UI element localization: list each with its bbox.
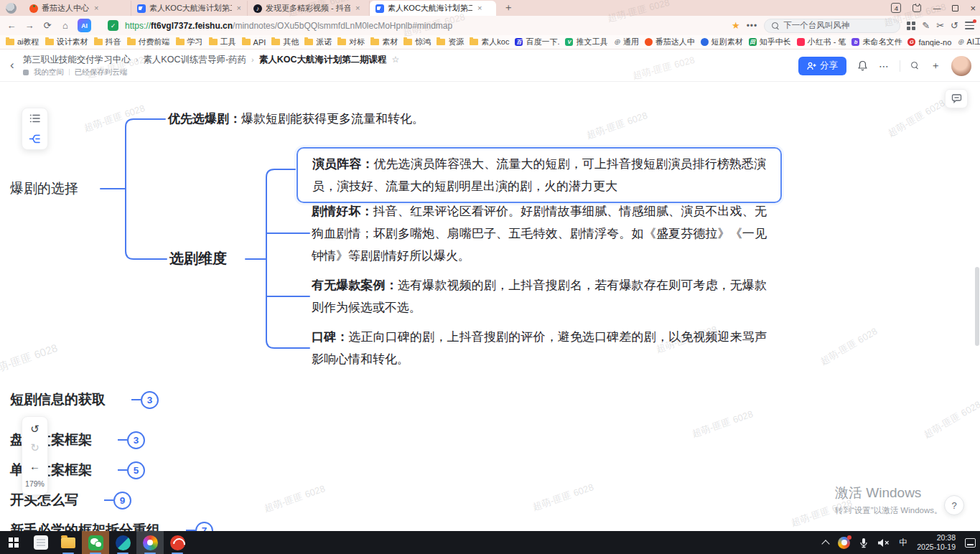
taskbar-chrome-browser[interactable] bbox=[136, 531, 164, 554]
bookmark-item[interactable]: 惊鸿 bbox=[403, 37, 431, 47]
notification-bell-icon[interactable] bbox=[857, 60, 868, 71]
notification-center-icon[interactable] bbox=[965, 538, 976, 548]
close-button[interactable]: × bbox=[970, 4, 976, 13]
bookmark-item[interactable]: 学习 bbox=[176, 37, 203, 47]
favorites-edit-icon[interactable]: ✎ bbox=[922, 20, 930, 31]
mindmap-node-dimensions[interactable]: 选剧维度 bbox=[169, 249, 227, 268]
maximize-button[interactable] bbox=[952, 5, 958, 11]
bookmark-item[interactable]: ai教程 bbox=[6, 37, 39, 47]
back-chevron-icon[interactable]: ‹ bbox=[10, 58, 14, 72]
new-tab-button[interactable]: ＋ bbox=[496, 1, 521, 16]
bookmark-item[interactable]: 短剧素材 bbox=[701, 37, 743, 47]
bookmark-item[interactable]: 资源 bbox=[437, 37, 464, 47]
ime-indicator[interactable]: 中 bbox=[899, 537, 907, 549]
bookmark-item[interactable]: 抖音 bbox=[94, 37, 121, 47]
mindmap-node-priority[interactable]: 优先选爆剧：爆款短剧能获得更多流量和转化。 bbox=[168, 111, 424, 127]
back-to-node-icon[interactable]: ← bbox=[29, 461, 40, 471]
taskbar-file-explorer[interactable] bbox=[55, 531, 82, 554]
header-search-icon[interactable] bbox=[911, 62, 920, 70]
bookmark-item[interactable]: 田知乎中长 bbox=[749, 37, 791, 47]
bookmark-item[interactable]: V推文工具 bbox=[565, 37, 607, 47]
address-more-icon[interactable]: ••• bbox=[747, 21, 758, 31]
bookmark-item[interactable]: 素材 bbox=[370, 37, 398, 47]
collapsed-count-badge[interactable]: 3 bbox=[127, 431, 145, 449]
bookmark-item-baidu[interactable]: 百百度一下. bbox=[515, 37, 559, 47]
space-label[interactable]: 我的空间 bbox=[34, 67, 64, 78]
mindmap-view-icon[interactable] bbox=[29, 133, 41, 144]
collapsed-count-badge[interactable]: 5 bbox=[127, 461, 145, 479]
bookmark-item[interactable]: 设计素材 bbox=[45, 37, 88, 47]
tab-douyin-search[interactable]: ♪ 发现更多精彩视频 - 抖音搜索 × bbox=[248, 1, 370, 16]
tray-expand-icon[interactable] bbox=[823, 540, 829, 545]
reload-icon[interactable]: ⟳ bbox=[42, 20, 53, 31]
quick-search-box[interactable]: 下一个台风叫风神 bbox=[764, 19, 900, 33]
menu-icon[interactable] bbox=[965, 22, 974, 29]
browser-skin-icon[interactable] bbox=[913, 4, 921, 12]
taskbar-360-browser[interactable] bbox=[164, 531, 191, 554]
help-button[interactable]: ? bbox=[944, 495, 964, 515]
microphone-icon[interactable] bbox=[859, 537, 868, 548]
mindmap-node-cast-selected[interactable]: 演员阵容：优先选演员阵容强大、流量大的短剧，可上抖音搜短剧演员排行榜熟悉演员，演… bbox=[297, 147, 782, 203]
tab-close-icon[interactable]: × bbox=[235, 4, 243, 12]
bookmark-item[interactable]: 对标 bbox=[337, 37, 365, 47]
breadcrumb-item[interactable]: 第三职业技能交付学习中心 bbox=[23, 54, 131, 66]
address-bar[interactable]: https://ft6vgl737z.feishu.cn/mindnotes/O… bbox=[125, 21, 452, 31]
header-more-icon[interactable]: ⋯ bbox=[879, 60, 889, 72]
browser-profile-avatar[interactable] bbox=[6, 3, 17, 14]
tab-tomato-center[interactable]: 番茄达人中心 × bbox=[24, 1, 131, 16]
header-plus-icon[interactable]: ＋ bbox=[930, 60, 941, 72]
mindmap-root-node[interactable]: 爆剧的选择 bbox=[10, 179, 78, 198]
mindmap-node-plot[interactable]: 剧情好坏：抖音、红果评论区看评价。好剧情故事细腻、情感细腻、演员不出戏、无狗血剧… bbox=[312, 200, 767, 267]
home-icon[interactable]: ⌂ bbox=[60, 20, 71, 31]
tab-close-icon[interactable]: × bbox=[476, 4, 483, 12]
apps-grid-icon[interactable] bbox=[907, 22, 915, 30]
speaker-muted-icon[interactable] bbox=[877, 538, 890, 548]
breadcrumb-item[interactable]: 素人KOC训练营导师-药药 bbox=[143, 54, 246, 66]
taskbar-clock[interactable]: 20:38 2025-10-19 bbox=[917, 533, 956, 552]
tab-feishu-course[interactable]: 素人KOC大航海计划第二期课 × bbox=[131, 1, 248, 16]
bookmark-item[interactable]: ⊕通用 bbox=[613, 37, 638, 47]
security-shield-icon[interactable]: ✓ bbox=[108, 20, 118, 31]
start-button[interactable] bbox=[0, 531, 27, 554]
screenshot-scissors-icon[interactable]: ✂ bbox=[936, 20, 944, 31]
bookmark-item[interactable]: 派诺 bbox=[304, 37, 332, 47]
zoom-level[interactable]: 179% bbox=[25, 479, 45, 488]
mindmap-node-reputation[interactable]: 口碑：选正向口碑的剧，上抖音搜剧的评价，避免选口碑差的剧，以免视频迎来骂声影响心… bbox=[312, 326, 767, 370]
ai-assistant-icon[interactable]: AI bbox=[78, 19, 91, 32]
tab-close-icon[interactable]: × bbox=[93, 4, 100, 12]
bookmark-item[interactable]: 其他 bbox=[271, 37, 299, 47]
forward-icon[interactable]: → bbox=[24, 20, 35, 31]
taskbar-notes-app[interactable] bbox=[27, 531, 55, 554]
bookmark-item[interactable]: 小红书 - 笔 bbox=[797, 37, 846, 47]
tab-count-badge[interactable]: 4 bbox=[891, 3, 901, 13]
topic-row[interactable]: 短剧信息的获取 3 bbox=[10, 390, 159, 409]
tab-feishu-course-active[interactable]: 素人KOC大航海计划第二期课 × bbox=[370, 1, 496, 16]
tray-browser-icon[interactable] bbox=[838, 537, 850, 549]
bookmark-item[interactable]: API bbox=[242, 38, 266, 47]
bookmark-item[interactable]: Gfanqie-no bbox=[907, 38, 951, 47]
tab-close-icon[interactable]: × bbox=[354, 4, 361, 12]
bookmark-item[interactable]: 素人koc bbox=[470, 37, 509, 47]
back-icon[interactable]: ← bbox=[6, 20, 17, 31]
bookmark-item[interactable]: b未命名文件 bbox=[851, 37, 902, 47]
taskbar-wechat[interactable] bbox=[82, 531, 109, 554]
mindmap-node-hit-cases[interactable]: 有无爆款案例：选有爆款视频的剧，上抖音搜剧名，若有爆款存在则可考虑，无爆款则作为… bbox=[312, 274, 767, 319]
favorite-star-icon[interactable]: ☆ bbox=[392, 55, 400, 65]
redo-icon[interactable]: ↻ bbox=[30, 442, 39, 453]
user-avatar[interactable] bbox=[951, 56, 971, 76]
comment-button[interactable] bbox=[945, 89, 968, 108]
vertical-scrollbar[interactable] bbox=[975, 267, 979, 346]
bookmark-item[interactable]: 番茄达人中 bbox=[645, 37, 695, 47]
mindmap-canvas[interactable]: 超萌-匪匪 6028 超萌-匪匪 6028 超萌-匪匪 6028 超萌-匪匪 6… bbox=[0, 82, 980, 532]
history-undo-icon[interactable]: ↺ bbox=[951, 20, 958, 31]
bookmark-item[interactable]: ⊕AI工具魔盒 bbox=[957, 37, 980, 47]
collapsed-count-badge[interactable]: 9 bbox=[113, 492, 131, 510]
bookmark-item[interactable]: 付费前端 bbox=[127, 37, 170, 47]
share-button[interactable]: 分享 bbox=[798, 57, 846, 75]
collapsed-count-badge[interactable]: 3 bbox=[141, 391, 159, 409]
taskbar-quark-browser[interactable] bbox=[109, 531, 136, 554]
undo-icon[interactable]: ↺ bbox=[30, 423, 39, 434]
outline-view-icon[interactable] bbox=[29, 113, 41, 123]
bookmark-item[interactable]: 工具 bbox=[209, 37, 236, 47]
minimize-button[interactable]: — bbox=[933, 4, 941, 12]
